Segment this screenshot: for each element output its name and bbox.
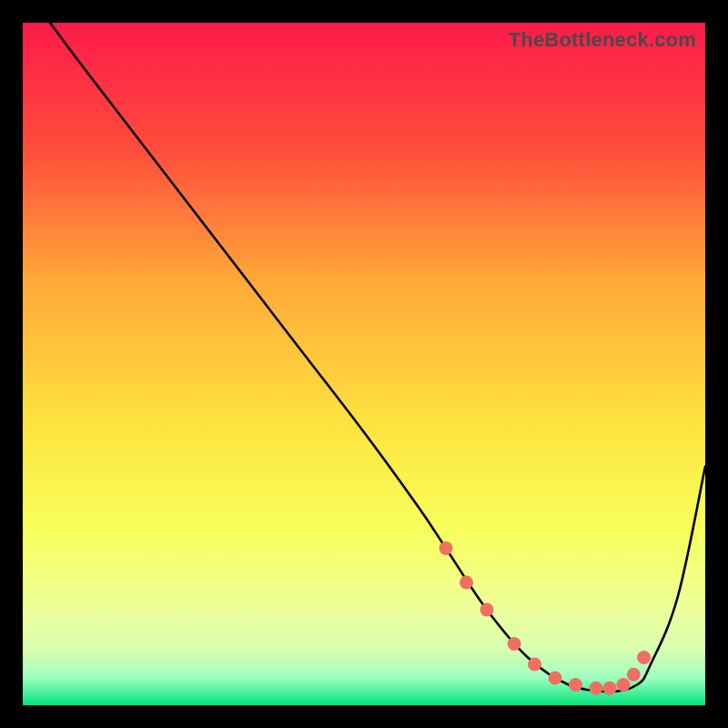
marker-dot: [603, 682, 617, 695]
marker-dot: [590, 682, 603, 695]
marker-dot: [480, 603, 494, 617]
marker-dot: [637, 651, 651, 664]
marker-dot: [508, 637, 521, 651]
marker-dot: [569, 678, 582, 692]
chart-frame: TheBottleneck.com: [23, 23, 705, 705]
chart-svg: [23, 23, 705, 705]
marker-dot: [460, 576, 473, 590]
watermark-text: TheBottleneck.com: [509, 28, 696, 52]
gradient-background: [23, 23, 705, 705]
marker-dot: [549, 672, 562, 685]
marker-dot: [528, 658, 541, 672]
marker-dot: [440, 541, 453, 555]
marker-dot: [627, 668, 641, 682]
marker-dot: [617, 678, 631, 692]
